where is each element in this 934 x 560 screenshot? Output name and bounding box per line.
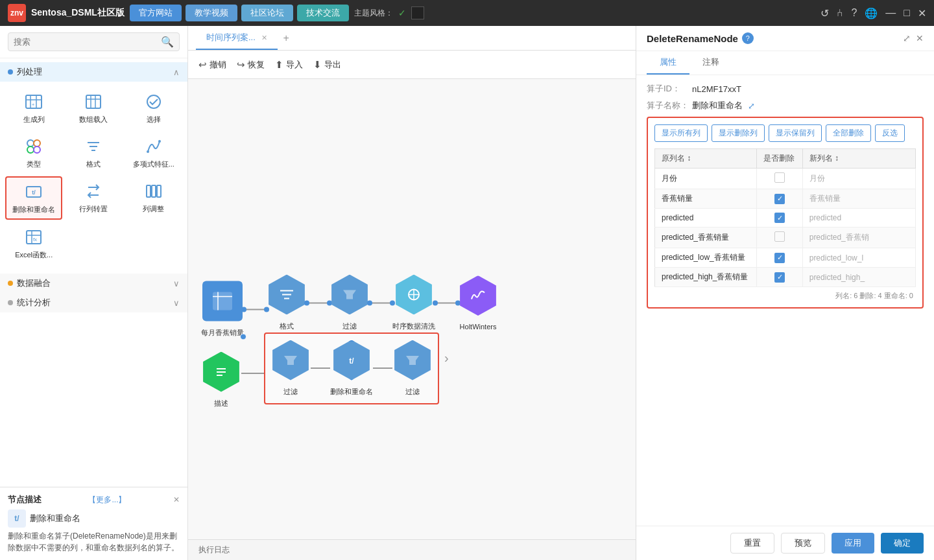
invert-selection-btn[interactable]: 反选 <box>875 124 905 142</box>
import-btn[interactable]: ⬆ 导入 <box>275 59 303 71</box>
node-过滤-3[interactable]: 过滤 <box>392 340 433 397</box>
node-删除和重命名-shape[interactable]: t/ <box>331 340 372 380</box>
col-new-name-predicted-香蕉销量[interactable] <box>802 228 915 248</box>
sidebar-item-生成列[interactable]: + 生成列 <box>5 87 62 129</box>
nav-forum-btn[interactable]: 社区论坛 <box>241 5 293 21</box>
node-每月香蕉销量[interactable]: 每月香蕉销量 <box>201 281 244 338</box>
node-过滤-2-shape[interactable] <box>270 340 311 380</box>
sidebar-item-数组载入[interactable]: 数组载入 <box>65 87 122 129</box>
canvas-scroll-right[interactable]: › <box>444 351 449 366</box>
new-name-input-predicted-high[interactable] <box>809 273 909 282</box>
node-格式-shape[interactable] <box>267 275 307 315</box>
canvas-area[interactable]: 每月香蕉销量 格式 <box>188 79 636 539</box>
col-delete-predicted-high[interactable]: ✓ <box>757 268 802 287</box>
checkbox-predicted[interactable]: ✓ <box>774 213 785 223</box>
col-header-original[interactable]: 原列名 ↕ <box>655 149 757 169</box>
node-过滤-2[interactable]: 过滤 <box>270 340 311 397</box>
sidebar-item-格式[interactable]: 格式 <box>65 132 122 174</box>
node-HoltWinters-shape[interactable] <box>458 275 498 316</box>
col-new-name-月份[interactable] <box>802 169 915 189</box>
right-panel-expand-icon[interactable]: ⤢ <box>903 33 911 43</box>
new-name-input-predicted[interactable] <box>809 213 909 222</box>
node-删除和重命名-selected[interactable]: t/ 删除和重命名 <box>330 340 373 397</box>
checkbox-predicted-high[interactable]: ✓ <box>774 272 785 283</box>
sidebar-item-类型[interactable]: 类型 <box>5 132 62 174</box>
nav-official-btn[interactable]: 官方网站 <box>130 5 182 21</box>
confirm-btn[interactable]: 确定 <box>881 533 924 554</box>
export-btn[interactable]: ⬇ 导出 <box>313 59 341 71</box>
algo-name-edit-icon[interactable]: ⤢ <box>748 101 755 111</box>
col-header-new-name[interactable]: 新列名 ↕ <box>802 149 915 169</box>
node-过滤-1-shape[interactable] <box>329 275 370 315</box>
preview-btn[interactable]: 预览 <box>781 533 825 554</box>
sidebar-item-Excel函数[interactable]: fx Excel函数... <box>5 222 62 264</box>
checkbox-香蕉销量[interactable]: ✓ <box>774 194 785 204</box>
right-tab-notes[interactable]: 注释 <box>689 51 732 75</box>
node-时序数据清洗-shape[interactable] <box>394 275 434 315</box>
node-desc-close-icon[interactable]: ✕ <box>173 495 180 504</box>
tab-time-series[interactable]: 时间序列案... ✕ <box>196 27 278 50</box>
node-描述[interactable]: 描述 <box>201 352 241 408</box>
sidebar-items-grid: + 生成列 数组载入 <box>0 82 187 270</box>
right-panel-help-icon[interactable]: ? <box>742 32 754 44</box>
minimize-btn[interactable]: — <box>885 7 896 19</box>
tab-add-btn[interactable]: + <box>278 30 294 47</box>
node-描述-shape[interactable] <box>201 352 241 392</box>
right-tab-properties[interactable]: 属性 <box>647 51 689 75</box>
col-new-name-predicted-low[interactable] <box>802 248 915 268</box>
new-name-input-香蕉销量[interactable] <box>809 194 909 204</box>
selected-group-box: 过滤 t/ 删除和重命名 <box>264 332 439 404</box>
node-过滤-1[interactable]: 过滤 <box>329 275 370 331</box>
node-时序数据清洗[interactable]: 时序数据清洗 <box>392 275 435 331</box>
node-过滤-3-shape[interactable] <box>392 340 433 380</box>
node-每月香蕉销量-shape[interactable] <box>202 281 243 321</box>
new-name-input-月份[interactable] <box>809 174 909 183</box>
fork-icon[interactable]: ⑃ <box>837 7 843 19</box>
show-deleted-cols-btn[interactable]: 显示删除列 <box>712 124 765 142</box>
refresh-icon[interactable]: ↺ <box>820 7 829 19</box>
node-HoltWinters[interactable]: HoltWinters <box>458 275 498 330</box>
col-delete-月份[interactable] <box>757 169 802 189</box>
new-name-input-predicted-香蕉销量[interactable] <box>809 233 909 242</box>
col-delete-predicted-香蕉销量[interactable] <box>757 228 802 248</box>
section-data-fusion-header[interactable]: 数据融合 ∨ <box>0 274 187 293</box>
new-name-input-predicted-low[interactable] <box>809 253 909 262</box>
col-new-name-predicted[interactable] <box>802 209 915 228</box>
show-all-cols-btn[interactable]: 显示所有列 <box>654 124 708 142</box>
sidebar-item-删除和重命名[interactable]: t/ 删除和重命名 <box>5 176 62 220</box>
section-stats-header[interactable]: 统计分析 ∨ <box>0 293 187 312</box>
col-delete-predicted-low[interactable]: ✓ <box>757 248 802 268</box>
search-input-wrap[interactable]: 🔍 <box>8 32 180 51</box>
node-desc-more-link[interactable]: 【更多...】 <box>88 495 126 506</box>
col-delete-香蕉销量[interactable]: ✓ <box>757 189 802 209</box>
search-input[interactable] <box>14 37 161 47</box>
theme-color-box[interactable] <box>411 6 424 19</box>
undo-btn[interactable]: ↩ 撤销 <box>198 59 226 71</box>
tab-time-series-close[interactable]: ✕ <box>261 34 267 41</box>
delete-all-btn[interactable]: 全部删除 <box>826 124 871 142</box>
checkbox-月份[interactable] <box>774 172 785 183</box>
sidebar-item-选择[interactable]: 选择 <box>125 87 182 129</box>
col-new-name-predicted-high[interactable] <box>802 268 915 287</box>
nav-tutorial-btn[interactable]: 教学视频 <box>186 5 237 21</box>
col-new-name-香蕉销量[interactable] <box>802 189 915 209</box>
sidebar-item-列调整[interactable]: 列调整 <box>125 176 182 220</box>
checkbox-predicted-香蕉销量[interactable] <box>774 231 785 242</box>
globe-icon[interactable]: 🌐 <box>865 7 878 19</box>
sidebar-item-多项式特征[interactable]: 多项式特征... <box>125 132 182 174</box>
section-col-processing-header[interactable]: 列处理 ∧ <box>0 62 187 82</box>
nav-exchange-btn[interactable]: 技术交流 <box>297 5 349 21</box>
close-btn[interactable]: ✕ <box>918 7 926 19</box>
apply-btn[interactable]: 应用 <box>832 533 874 554</box>
checkbox-predicted-low[interactable]: ✓ <box>774 253 785 263</box>
node-格式[interactable]: 格式 <box>267 275 307 331</box>
sidebar-item-行列转置[interactable]: 行列转置 <box>65 176 122 220</box>
col-delete-predicted[interactable]: ✓ <box>757 209 802 228</box>
maximize-btn[interactable]: □ <box>904 7 910 19</box>
help-icon[interactable]: ? <box>851 7 857 19</box>
redo-btn[interactable]: ↪ 恢复 <box>237 59 265 71</box>
show-kept-cols-btn[interactable]: 显示保留列 <box>769 124 822 142</box>
right-panel-close-icon[interactable]: ✕ <box>916 33 924 43</box>
col-header-delete[interactable]: 是否删除 <box>757 149 802 169</box>
reset-btn[interactable]: 重置 <box>730 533 774 554</box>
